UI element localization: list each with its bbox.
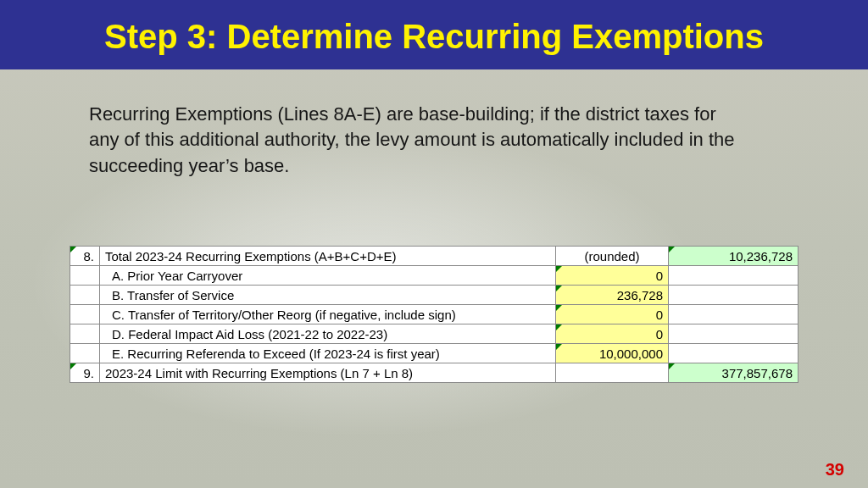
table-row: E. Recurring Referenda to Exceed (If 202… xyxy=(70,344,798,363)
line-number-cell xyxy=(70,286,100,305)
value-col2-cell: 0 xyxy=(556,324,669,344)
value-col3-cell xyxy=(669,324,798,344)
line-letter: B. xyxy=(112,288,124,302)
exemptions-table: 8.Total 2023-24 Recurring Exemptions (A+… xyxy=(70,246,798,383)
table-row: D. Federal Impact Aid Loss (2021-22 to 2… xyxy=(70,324,798,344)
line-number-cell xyxy=(70,344,100,363)
line-label: Transfer of Service xyxy=(127,288,234,302)
title-bar: Step 3: Determine Recurring Exemptions xyxy=(0,0,868,69)
label-cell: C. Transfer of Territory/Other Reorg (if… xyxy=(100,305,556,324)
body-paragraph: Recurring Exemptions (Lines 8A-E) are ba… xyxy=(89,102,750,179)
value-col3-cell: 377,857,678 xyxy=(669,363,798,383)
value-col2-cell: 10,000,000 xyxy=(556,344,669,363)
line-number-cell xyxy=(70,305,100,324)
table-row: 8.Total 2023-24 Recurring Exemptions (A+… xyxy=(70,247,798,266)
label-cell: B. Transfer of Service xyxy=(100,286,556,305)
label-cell: 2023-24 Limit with Recurring Exemptions … xyxy=(100,363,556,383)
value-col3-cell xyxy=(669,344,798,363)
table-row: C. Transfer of Territory/Other Reorg (if… xyxy=(70,305,798,324)
slide: Step 3: Determine Recurring Exemptions R… xyxy=(0,0,868,488)
value-col3-cell xyxy=(669,266,798,286)
line-number-cell xyxy=(70,266,100,286)
value-col2-cell: 0 xyxy=(556,266,669,286)
value-col2-cell xyxy=(556,363,669,383)
value-col3-cell: 10,236,728 xyxy=(669,247,798,266)
line-letter: A. xyxy=(112,269,124,283)
line-label: Transfer of Territory/Other Reorg (if ne… xyxy=(128,308,456,322)
value-col2-cell: 0 xyxy=(556,305,669,324)
line-letter: E. xyxy=(112,347,124,361)
label-cell: A. Prior Year Carryover xyxy=(100,266,556,286)
table-row: A. Prior Year Carryover0 xyxy=(70,266,798,286)
table-row: B. Transfer of Service236,728 xyxy=(70,286,798,305)
slide-title: Step 3: Determine Recurring Exemptions xyxy=(104,18,764,56)
line-label: Federal Impact Aid Loss (2021-22 to 2022… xyxy=(128,327,387,341)
line-number-cell: 9. xyxy=(70,363,100,383)
label-cell: D. Federal Impact Aid Loss (2021-22 to 2… xyxy=(100,324,556,344)
line-letter: D. xyxy=(112,327,125,341)
line-number-cell: 8. xyxy=(70,247,100,266)
label-cell: E. Recurring Referenda to Exceed (If 202… xyxy=(100,344,556,363)
value-col2-cell: 236,728 xyxy=(556,286,669,305)
table-row: 9.2023-24 Limit with Recurring Exemption… xyxy=(70,363,798,383)
exemptions-table-wrap: 8.Total 2023-24 Recurring Exemptions (A+… xyxy=(70,246,798,383)
value-col3-cell xyxy=(669,305,798,324)
line-number-cell xyxy=(70,324,100,344)
value-col2-cell: (rounded) xyxy=(556,247,669,266)
line-letter: C. xyxy=(112,308,125,322)
label-cell: Total 2023-24 Recurring Exemptions (A+B+… xyxy=(100,247,556,266)
value-col3-cell xyxy=(669,286,798,305)
line-label: Prior Year Carryover xyxy=(127,269,242,283)
page-number: 39 xyxy=(826,460,844,480)
line-label: Recurring Referenda to Exceed (If 2023-2… xyxy=(127,347,440,361)
